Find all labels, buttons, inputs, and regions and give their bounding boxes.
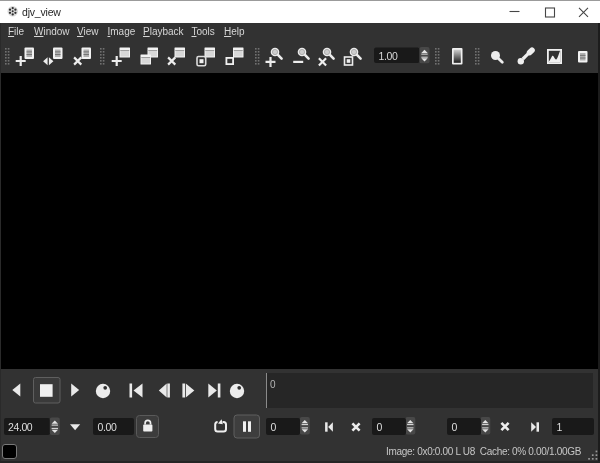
svg-text:1.00: 1.00 xyxy=(379,50,398,62)
